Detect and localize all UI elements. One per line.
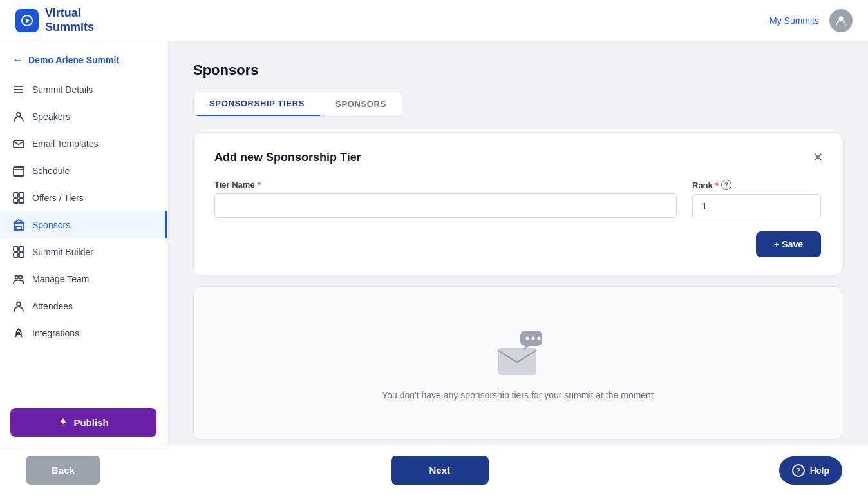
email-icon xyxy=(13,138,24,150)
svg-rect-8 xyxy=(14,167,24,176)
grid-icon xyxy=(13,246,24,258)
empty-state-message: You don't have any sponsorship tiers for… xyxy=(382,390,654,400)
tier-name-input[interactable] xyxy=(214,193,677,218)
back-to-summit-btn[interactable]: ← Demo Arlene Summit xyxy=(0,41,167,76)
svg-point-21 xyxy=(15,276,19,279)
tab-sponsorship-tiers[interactable]: SPONSORSHIP TIERS xyxy=(194,92,320,116)
svg-point-30 xyxy=(538,337,541,340)
sidebar-item-email-templates[interactable]: Email Templates xyxy=(0,130,167,157)
next-button[interactable]: Next xyxy=(391,456,489,485)
svg-rect-18 xyxy=(19,247,24,251)
users-icon xyxy=(13,273,24,285)
svg-rect-15 xyxy=(19,199,24,203)
panel-title: Add new Sponsorship Tier xyxy=(214,151,821,164)
sidebar: ← Demo Arlene Summit Summit Details Spe xyxy=(0,41,167,445)
sidebar-nav: Summit Details Speakers Email Templates xyxy=(0,76,167,400)
tag-icon xyxy=(13,192,24,204)
close-panel-button[interactable]: ✕ xyxy=(810,148,826,166)
rocket-publish-icon xyxy=(58,418,68,428)
people-icon xyxy=(13,300,24,312)
rank-label: Rank * ? xyxy=(692,180,821,190)
sidebar-item-label: Sponsors xyxy=(32,220,70,230)
svg-rect-17 xyxy=(14,247,18,251)
logo-text: Virtual Summits xyxy=(45,6,94,34)
header-right: My Summits xyxy=(769,9,853,32)
svg-rect-20 xyxy=(19,253,24,257)
rank-help-icon[interactable]: ? xyxy=(721,180,731,190)
sidebar-item-label: Integrations xyxy=(32,328,79,338)
sidebar-item-label: Manage Team xyxy=(32,274,89,284)
svg-point-29 xyxy=(532,337,535,340)
sidebar-item-label: Speakers xyxy=(32,112,70,122)
publish-button[interactable]: Publish xyxy=(10,408,156,437)
rank-group: Rank * ? xyxy=(692,180,821,218)
sidebar-item-label: Attendees xyxy=(32,301,73,311)
svg-point-25 xyxy=(62,422,64,423)
empty-state: You don't have any sponsorship tiers for… xyxy=(193,286,842,440)
tab-sponsors[interactable]: SPONSORS xyxy=(320,92,402,116)
logo-icon xyxy=(15,9,39,32)
add-tier-panel: Add new Sponsorship Tier ✕ Tier Name * R… xyxy=(193,132,842,276)
sidebar-item-integrations[interactable]: Integrations xyxy=(0,320,167,347)
svg-rect-13 xyxy=(19,193,24,197)
main-layout: ← Demo Arlene Summit Summit Details Spe xyxy=(0,41,868,445)
sidebar-item-schedule[interactable]: Schedule xyxy=(0,157,167,184)
list-icon xyxy=(13,84,24,95)
sidebar-item-label: Schedule xyxy=(32,166,70,176)
svg-rect-19 xyxy=(14,253,18,257)
help-label: Help xyxy=(810,465,829,476)
building-icon xyxy=(13,219,24,231)
back-button[interactable]: Back xyxy=(26,456,100,485)
bottom-nav: Back Next ? Help xyxy=(0,445,868,495)
svg-rect-12 xyxy=(14,193,18,197)
svg-point-28 xyxy=(526,337,529,340)
save-button[interactable]: + Save xyxy=(756,231,821,257)
user-avatar[interactable] xyxy=(829,9,853,32)
svg-point-22 xyxy=(19,276,23,279)
required-star: * xyxy=(258,180,261,189)
sidebar-item-offers-tiers[interactable]: Offers / Tiers xyxy=(0,184,167,211)
main-content: Sponsors SPONSORSHIP TIERS SPONSORS Add … xyxy=(167,41,868,445)
publish-label: Publish xyxy=(73,417,108,428)
sidebar-item-manage-team[interactable]: Manage Team xyxy=(0,266,167,293)
back-arrow-icon: ← xyxy=(13,54,23,66)
tabs-container: SPONSORSHIP TIERS SPONSORS xyxy=(193,92,402,117)
help-circle-icon: ? xyxy=(792,464,805,477)
empty-illustration xyxy=(492,325,543,377)
sidebar-item-label: Summit Builder xyxy=(32,247,93,257)
sidebar-item-speakers[interactable]: Speakers xyxy=(0,103,167,130)
page-title: Sponsors xyxy=(193,62,842,79)
svg-rect-14 xyxy=(14,199,18,203)
rocket-icon xyxy=(13,327,24,339)
calendar-icon xyxy=(13,165,24,177)
tier-name-label: Tier Name * xyxy=(214,180,677,189)
rank-required-star: * xyxy=(715,180,719,190)
tier-name-group: Tier Name * xyxy=(214,180,677,218)
logo[interactable]: Virtual Summits xyxy=(15,6,94,34)
sidebar-item-label: Email Templates xyxy=(32,139,98,149)
sidebar-item-label: Summit Details xyxy=(32,84,93,95)
sidebar-item-label: Offers / Tiers xyxy=(32,193,84,203)
svg-marker-1 xyxy=(26,18,30,23)
empty-svg xyxy=(492,325,550,383)
app-header: Virtual Summits My Summits xyxy=(0,0,868,41)
help-button[interactable]: ? Help xyxy=(779,456,842,485)
sidebar-item-sponsors[interactable]: Sponsors xyxy=(0,211,167,238)
person-icon xyxy=(13,111,24,122)
form-actions: + Save xyxy=(214,231,821,257)
form-row: Tier Name * Rank * ? xyxy=(214,180,821,218)
rank-input[interactable] xyxy=(692,194,821,218)
svg-point-23 xyxy=(17,302,21,306)
svg-point-24 xyxy=(18,333,20,335)
sidebar-item-summit-builder[interactable]: Summit Builder xyxy=(0,238,167,266)
sidebar-item-summit-details[interactable]: Summit Details xyxy=(0,76,167,103)
sidebar-item-attendees[interactable]: Attendees xyxy=(0,293,167,320)
summit-name: Demo Arlene Summit xyxy=(28,55,119,65)
my-summits-link[interactable]: My Summits xyxy=(769,15,819,26)
